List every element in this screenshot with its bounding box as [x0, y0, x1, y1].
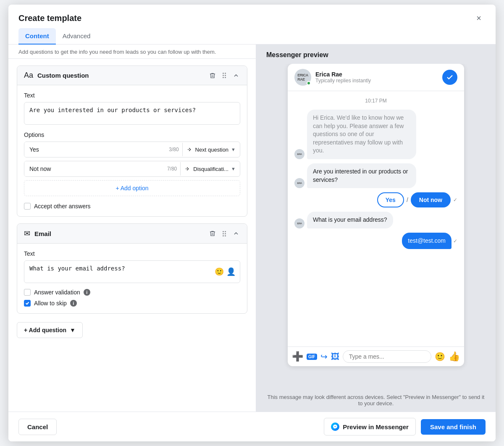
footer-right: Preview in Messenger Save and finish [324, 418, 486, 436]
bot-avatar-email: ERA [294, 218, 304, 228]
gif-icon[interactable]: GIF [307, 354, 317, 360]
option-text-notnow[interactable] [24, 161, 164, 176]
person-icon[interactable]: 👤 [226, 267, 236, 276]
bubble-email-question: What is your email address? [307, 212, 393, 228]
photo-icon[interactable]: 🖼 [331, 352, 339, 362]
messenger-thumb-icon[interactable]: 👍 [449, 351, 460, 362]
email-textarea-wrapper: What is your email address? 🙂 👤 [24, 260, 240, 283]
answer-validation-label: Answer validation [34, 289, 80, 296]
drag-handle-custom[interactable] [222, 72, 227, 79]
reply-btn-notnow[interactable]: Not now [411, 192, 451, 207]
tab-content[interactable]: Content [18, 28, 56, 45]
email-text-input[interactable]: What is your email address? [24, 261, 240, 281]
add-question-arrow: ▼ [70, 327, 76, 333]
accept-other-label: Accept other answers [34, 203, 91, 210]
add-question-label: + Add question [24, 327, 66, 333]
bubble-email-answer: test@test.com [402, 233, 452, 249]
messenger-input-field[interactable] [343, 350, 431, 363]
email-card: ✉ Email [17, 223, 247, 314]
answer-validation-row: Answer validation i [24, 289, 240, 296]
option-row-yes: 3/80 Next question ▼ [24, 142, 240, 157]
bot-message-row-intro: ERA Hi Erica. We'd like to know how we c… [294, 110, 457, 159]
allow-skip-checkbox[interactable] [24, 300, 31, 307]
option-count-yes: 3/80 [165, 147, 182, 152]
delete-email-button[interactable] [208, 229, 217, 238]
modal-footer: Cancel Preview in Messenger Save and fin… [8, 412, 496, 441]
bot-message-row-question: ERA Are you interested in our products o… [294, 163, 457, 188]
allow-skip-label: Allow to skip [34, 300, 67, 307]
email-icon: ✉ [24, 229, 30, 238]
save-finish-button[interactable]: Save and finish [421, 419, 486, 435]
left-panel-subtitle: Add questions to get the info you need f… [8, 45, 256, 59]
custom-question-card-body: Text Are you interested in our products … [17, 85, 247, 216]
avatar-wrap: ERICARAE [294, 69, 311, 86]
email-card-title: Email [34, 230, 204, 237]
tabs: Content Advanced [8, 28, 496, 45]
reply-btn-yes[interactable]: Yes [377, 192, 404, 207]
custom-question-card: Aa Custom question [17, 66, 247, 217]
option-dropdown-yes[interactable]: ▼ [231, 147, 236, 152]
chat-area: 10:17 PM ERA Hi Erica. We'd like to know… [288, 91, 464, 346]
chat-timestamp: 10:17 PM [294, 98, 457, 104]
tab-advanced[interactable]: Advanced [56, 28, 97, 45]
share-icon[interactable]: ↪ [320, 352, 328, 362]
bot-message-row-email: ERA What is your email address? [294, 212, 457, 228]
accept-other-checkbox[interactable] [24, 203, 31, 210]
messenger-user-info: Erica Rae Typically replies instantly [315, 71, 371, 84]
add-option-button[interactable]: + Add option [24, 180, 240, 196]
user-message-row-email: test@test.com ✓ [294, 233, 457, 249]
messenger-check-icon [442, 70, 457, 85]
bot-avatar-question: ERA [294, 178, 304, 188]
allow-skip-info-icon[interactable]: i [70, 300, 77, 307]
bubble-intro: Hi Erica. We'd like to know how we can h… [307, 110, 416, 159]
email-card-header-actions [208, 229, 240, 238]
drag-handle-email[interactable] [222, 230, 227, 237]
create-template-modal: Create template × Content Advanced Add q… [8, 5, 496, 441]
answer-validation-info-icon[interactable]: i [84, 289, 90, 296]
email-textarea-icons: 🙂 👤 [215, 267, 236, 276]
check-mark-email: ✓ [453, 238, 457, 244]
close-button[interactable]: × [472, 11, 486, 25]
answer-validation-checkbox[interactable] [24, 289, 31, 296]
question-text-input[interactable]: Are you interested in our products or se… [24, 102, 240, 125]
disqualify-icon [185, 166, 191, 172]
plus-icon[interactable]: ➕ [292, 351, 303, 362]
next-question-icon [187, 147, 193, 152]
email-card-header: ✉ Email [17, 224, 247, 244]
accept-other-row: Accept other answers [24, 203, 240, 210]
custom-question-card-header: Aa Custom question [17, 66, 247, 85]
collapse-custom-question-button[interactable] [232, 71, 240, 80]
text-icon: Aa [24, 71, 33, 80]
bubble-question: Are you interested in our products or se… [307, 163, 416, 188]
modal-header: Create template × [8, 5, 496, 25]
option-action-notnow[interactable]: Disqualificati... ▼ [181, 166, 240, 172]
options-label: Options [24, 131, 240, 138]
emoji-icon[interactable]: 🙂 [215, 267, 224, 276]
cancel-button[interactable]: Cancel [18, 419, 57, 435]
delete-custom-question-button[interactable] [208, 71, 217, 80]
text-field-label: Text [24, 92, 240, 99]
preview-header: Messenger preview [256, 45, 496, 64]
option-action-yes[interactable]: Next question ▼ [183, 147, 240, 153]
option-action-notnow-label: Disqualificati... [193, 166, 228, 172]
allow-skip-row: Allow to skip i [24, 300, 240, 307]
left-panel-content: Aa Custom question [8, 59, 256, 412]
main-layout: Add questions to get the info you need f… [8, 45, 496, 412]
option-text-yes[interactable] [24, 142, 165, 157]
option-dropdown-notnow[interactable]: ▼ [231, 166, 236, 171]
messenger-header: ERICARAE Erica Rae Typically replies ins… [288, 64, 464, 91]
reply-buttons-row: Yes / Not now ✓ [294, 192, 457, 207]
messenger-preview: ERICARAE Erica Rae Typically replies ins… [288, 64, 464, 366]
option-row-notnow: 7/80 Disqualificati... ▼ [24, 161, 240, 177]
option-count-notnow: 7/80 [164, 166, 180, 172]
modal-title: Create template [18, 13, 81, 23]
card-header-actions [208, 71, 240, 80]
messenger-emoji-icon[interactable]: 🙂 [435, 352, 445, 362]
preview-messenger-button[interactable]: Preview in Messenger [324, 418, 416, 436]
option-action-yes-label: Next question [195, 147, 229, 153]
check-mark-replies: ✓ [453, 197, 457, 203]
collapse-email-button[interactable] [232, 229, 240, 238]
slash-divider: / [407, 197, 408, 203]
email-card-body: Text What is your email address? 🙂 👤 Ans… [17, 244, 247, 313]
add-question-button[interactable]: + Add question ▼ [17, 322, 83, 338]
